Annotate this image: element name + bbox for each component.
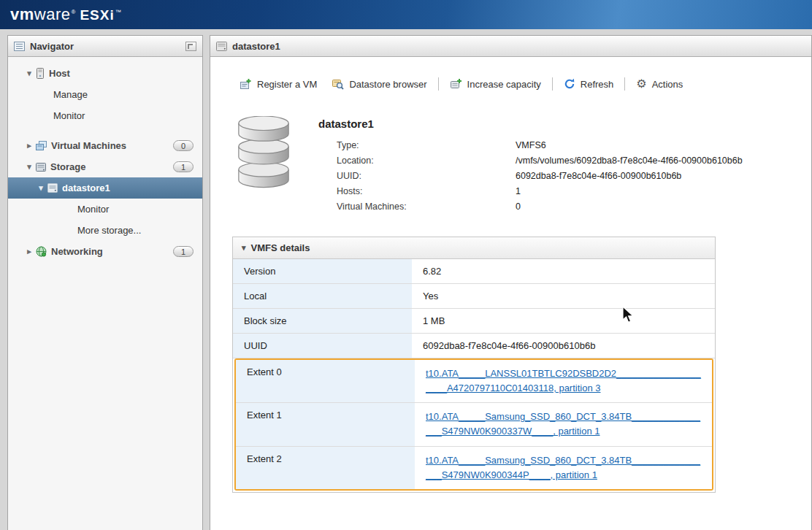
navigator-panel: Navigator ▾ Host Manage Monitor ▸ <box>7 35 203 530</box>
sidebar-item-label: Monitor <box>53 110 85 121</box>
twisty-closed-icon[interactable]: ▸ <box>24 247 34 256</box>
prop-label-uuid: UUID: <box>337 171 516 181</box>
datastore-window-icon <box>216 42 227 51</box>
toolbar: Register a VM Datastore browser Increase… <box>232 75 811 93</box>
extent-0-link[interactable]: t10.ATA_____LANSSL01TBTLC92DSBD2D2______… <box>426 368 701 393</box>
twisty-closed-icon[interactable]: ▸ <box>24 141 34 150</box>
navigator-tree: ▾ Host Manage Monitor ▸ Virtual Machines… <box>8 57 202 262</box>
navigator-icon <box>14 42 25 51</box>
prop-label-vms: Virtual Machines: <box>337 201 516 212</box>
prop-label-hosts: Hosts: <box>337 186 516 196</box>
twisty-open-icon[interactable]: ▾ <box>242 243 246 253</box>
sidebar-item-datastore-monitor[interactable]: Monitor <box>8 199 202 220</box>
table-row-block-size: Block size 1 MB <box>233 309 715 334</box>
row-label: Block size <box>233 309 412 333</box>
increase-capacity-button[interactable]: Increase capacity <box>443 75 548 93</box>
sidebar-item-networking[interactable]: ▸ Networking 1 <box>8 241 202 262</box>
twisty-open-icon[interactable]: ▾ <box>24 69 34 78</box>
table-row-local: Local Yes <box>233 284 715 309</box>
refresh-button[interactable]: Refresh <box>556 75 621 93</box>
sidebar-item-manage[interactable]: Manage <box>8 84 202 105</box>
toolbar-separator <box>552 77 553 91</box>
sidebar-item-storage[interactable]: ▾ Storage 1 <box>8 156 202 177</box>
toolbar-label: Datastore browser <box>349 79 426 90</box>
window-title: datastore1 <box>232 41 280 52</box>
row-value: Yes <box>412 284 715 308</box>
extent-highlight-box: Extent 0 t10.ATA_____LANSSL01TBTLC92DSBD… <box>234 358 713 491</box>
sidebar-item-label: More storage... <box>77 225 141 236</box>
brand-vm: vm <box>10 5 34 24</box>
register-vm-button[interactable]: Register a VM <box>232 75 324 93</box>
prop-value-type: VMFS6 <box>516 140 743 150</box>
brand-ware: ware <box>34 5 71 24</box>
sidebar-item-label: Monitor <box>77 204 109 215</box>
datastore-browser-icon <box>332 78 344 90</box>
toolbar-label: Actions <box>652 79 683 90</box>
toolbar-separator <box>438 77 439 91</box>
storage-icon <box>36 162 46 172</box>
twisty-open-icon[interactable]: ▾ <box>24 162 34 172</box>
datastore-content: Register a VM Datastore browser Increase… <box>210 57 811 530</box>
sidebar-item-more-storage[interactable]: More storage... <box>8 220 202 241</box>
twisty-open-icon[interactable]: ▾ <box>36 183 46 193</box>
sidebar-item-label: Manage <box>53 89 88 100</box>
toolbar-separator <box>624 77 625 91</box>
row-value: 6.82 <box>412 259 715 283</box>
networking-count-badge: 1 <box>173 246 194 257</box>
datastore-browser-button[interactable]: Datastore browser <box>324 75 434 93</box>
database-icon <box>232 116 295 212</box>
summary-text: datastore1 Type: VMFS6 Location: /vmfs/v… <box>318 116 743 212</box>
trademark: ™ <box>115 9 121 15</box>
row-value: 6092dba8-f7e8c04e-4f66-00900b610b6b <box>412 334 715 358</box>
sidebar-item-label: Storage <box>50 161 85 172</box>
vmware-esxi-logo: vmware® ESXi™ <box>10 5 121 24</box>
row-value: 1 MB <box>412 309 715 333</box>
sidebar-item-virtual-machines[interactable]: ▸ Virtual Machines 0 <box>8 135 202 156</box>
row-label: Local <box>233 284 412 308</box>
refresh-icon <box>564 78 575 90</box>
host-icon <box>36 68 45 79</box>
virtual-machines-icon <box>36 141 47 151</box>
datastore-panel: datastore1 Register a VM Datastore brows… <box>210 35 812 530</box>
table-row-extent-2: Extent 2 t10.ATA_____Samsung_SSD_860_DCT… <box>236 447 712 489</box>
toolbar-label: Register a VM <box>257 79 317 90</box>
row-label: Extent 2 <box>236 447 415 489</box>
sidebar-item-label: Networking <box>51 246 103 257</box>
top-banner: vmware® ESXi™ <box>0 0 812 29</box>
sidebar-item-label: datastore1 <box>62 183 110 193</box>
table-row-version: Version 6.82 <box>233 259 715 284</box>
register-vm-icon <box>240 78 252 90</box>
table-row-uuid: UUID 6092dba8-f7e8c04e-4f66-00900b610b6b <box>233 334 715 358</box>
vmfs-details-title: VMFS details <box>251 242 310 253</box>
prop-label-location: Location: <box>337 155 516 166</box>
sidebar-item-label: Virtual Machines <box>51 140 126 151</box>
actions-button[interactable]: ⚙ Actions <box>629 75 690 93</box>
table-row-extent-1: Extent 1 t10.ATA_____Samsung_SSD_860_DCT… <box>236 403 712 446</box>
gear-icon: ⚙ <box>636 78 646 90</box>
toolbar-label: Refresh <box>581 79 614 90</box>
table-row-extent-0: Extent 0 t10.ATA_____LANSSL01TBTLC92DSBD… <box>236 360 712 403</box>
navigator-header: Navigator <box>8 36 202 57</box>
navigator-title: Navigator <box>30 41 74 52</box>
vmfs-details-header[interactable]: ▾ VMFS details <box>233 237 715 259</box>
row-label: Extent 0 <box>236 360 415 402</box>
extent-2-link[interactable]: t10.ATA_____Samsung_SSD_860_DCT_3.84TB__… <box>426 455 700 480</box>
datastore-title: datastore1 <box>318 118 743 130</box>
toolbar-label: Increase capacity <box>467 79 541 90</box>
increase-capacity-icon <box>450 78 462 90</box>
extent-1-link[interactable]: t10.ATA_____Samsung_SSD_860_DCT_3.84TB__… <box>426 411 700 437</box>
sidebar-item-monitor[interactable]: Monitor <box>8 105 202 126</box>
row-label: Version <box>233 259 412 283</box>
prop-value-uuid: 6092dba8-f7e8c04e-4f66-00900b610b6b <box>516 171 743 181</box>
row-label: UUID <box>233 334 412 358</box>
sidebar-item-datastore1[interactable]: ▾ datastore1 <box>8 177 202 199</box>
vm-count-badge: 0 <box>173 140 194 151</box>
brand-esxi: ESXi <box>80 7 114 23</box>
registered-mark: ® <box>71 9 75 15</box>
row-label: Extent 1 <box>236 403 415 445</box>
sidebar-item-host[interactable]: ▾ Host <box>8 63 202 84</box>
collapse-navigator-button[interactable] <box>185 42 196 51</box>
storage-count-badge: 1 <box>173 161 194 172</box>
property-grid: Type: VMFS6 Location: /vmfs/volumes/6092… <box>337 140 743 212</box>
prop-value-vms: 0 <box>516 201 743 212</box>
